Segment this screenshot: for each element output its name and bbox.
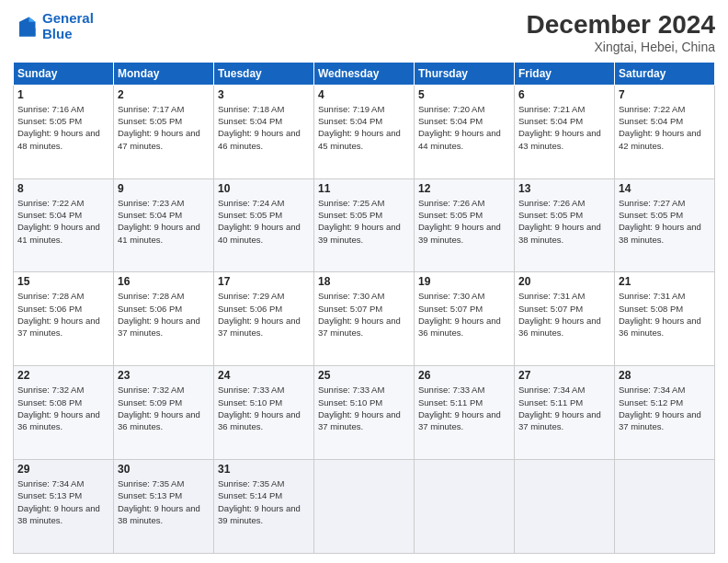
logo-general: General [42,10,94,26]
day-detail: Sunrise: 7:20 AMSunset: 5:04 PMDaylight:… [418,103,510,152]
month-title: December 2024 [527,11,715,40]
day-cell: 31Sunrise: 7:35 AMSunset: 5:14 PMDayligh… [214,460,314,554]
calendar: SundayMondayTuesdayWednesdayThursdayFrid… [13,62,715,554]
day-cell: 28Sunrise: 7:34 AMSunset: 5:12 PMDayligh… [615,366,715,460]
header: General Blue December 2024 Xingtai, Hebe… [13,11,715,54]
day-cell: 6Sunrise: 7:21 AMSunset: 5:04 PMDaylight… [515,85,615,178]
day-cell: 1Sunrise: 7:16 AMSunset: 5:05 PMDaylight… [14,85,114,178]
day-number: 30 [118,463,210,476]
day-detail: Sunrise: 7:23 AMSunset: 5:04 PMDaylight:… [118,197,210,246]
day-number: 20 [518,275,610,288]
day-cell: 10Sunrise: 7:24 AMSunset: 5:05 PMDayligh… [214,178,314,272]
day-detail: Sunrise: 7:32 AMSunset: 5:09 PMDaylight:… [118,384,210,432]
day-cell [415,460,515,554]
day-number: 28 [619,369,711,382]
day-cell: 11Sunrise: 7:25 AMSunset: 5:05 PMDayligh… [314,178,415,272]
day-number: 21 [619,275,711,288]
day-detail: Sunrise: 7:26 AMSunset: 5:05 PMDaylight:… [518,197,610,246]
day-cell: 30Sunrise: 7:35 AMSunset: 5:13 PMDayligh… [114,460,214,554]
day-cell: 20Sunrise: 7:31 AMSunset: 5:07 PMDayligh… [515,272,615,366]
day-cell: 22Sunrise: 7:32 AMSunset: 5:08 PMDayligh… [14,366,114,460]
day-detail: Sunrise: 7:19 AMSunset: 5:04 PMDaylight:… [318,103,410,152]
day-number: 8 [17,182,109,195]
day-number: 24 [218,369,310,382]
logo-blue: Blue [42,27,94,42]
day-cell: 12Sunrise: 7:26 AMSunset: 5:05 PMDayligh… [415,178,515,272]
day-cell: 18Sunrise: 7:30 AMSunset: 5:07 PMDayligh… [314,272,415,366]
day-detail: Sunrise: 7:30 AMSunset: 5:07 PMDaylight:… [418,290,510,339]
day-detail: Sunrise: 7:34 AMSunset: 5:12 PMDaylight:… [619,384,711,432]
day-number: 16 [118,275,210,288]
day-number: 18 [318,275,410,288]
day-detail: Sunrise: 7:33 AMSunset: 5:10 PMDaylight:… [318,384,410,432]
weekday-header-wednesday: Wednesday [314,62,415,85]
week-row-1: 1Sunrise: 7:16 AMSunset: 5:05 PMDaylight… [14,85,715,178]
page: General Blue December 2024 Xingtai, Hebe… [0,0,728,563]
day-detail: Sunrise: 7:22 AMSunset: 5:04 PMDaylight:… [619,103,711,152]
day-detail: Sunrise: 7:31 AMSunset: 5:08 PMDaylight:… [619,290,711,339]
day-detail: Sunrise: 7:34 AMSunset: 5:11 PMDaylight:… [518,384,610,432]
logo-icon [13,14,39,40]
week-row-5: 29Sunrise: 7:34 AMSunset: 5:13 PMDayligh… [14,460,715,554]
day-number: 13 [518,182,610,195]
day-cell: 19Sunrise: 7:30 AMSunset: 5:07 PMDayligh… [415,272,515,366]
day-number: 29 [17,463,109,476]
day-cell: 23Sunrise: 7:32 AMSunset: 5:09 PMDayligh… [114,366,214,460]
day-detail: Sunrise: 7:25 AMSunset: 5:05 PMDaylight:… [318,197,410,246]
day-cell: 4Sunrise: 7:19 AMSunset: 5:04 PMDaylight… [314,85,415,178]
day-cell: 29Sunrise: 7:34 AMSunset: 5:13 PMDayligh… [14,460,114,554]
title-block: December 2024 Xingtai, Hebei, China [527,11,715,54]
day-detail: Sunrise: 7:28 AMSunset: 5:06 PMDaylight:… [118,290,210,339]
day-number: 14 [619,182,711,195]
day-cell [314,460,415,554]
day-cell: 17Sunrise: 7:29 AMSunset: 5:06 PMDayligh… [214,272,314,366]
day-cell: 9Sunrise: 7:23 AMSunset: 5:04 PMDaylight… [114,178,214,272]
logo-text: General Blue [42,11,94,41]
day-detail: Sunrise: 7:17 AMSunset: 5:05 PMDaylight:… [118,103,210,152]
logo: General Blue [13,11,94,41]
svg-marker-1 [29,17,36,21]
week-row-3: 15Sunrise: 7:28 AMSunset: 5:06 PMDayligh… [14,272,715,366]
day-cell: 24Sunrise: 7:33 AMSunset: 5:10 PMDayligh… [214,366,314,460]
day-detail: Sunrise: 7:28 AMSunset: 5:06 PMDaylight:… [17,290,109,339]
day-detail: Sunrise: 7:21 AMSunset: 5:04 PMDaylight:… [518,103,610,152]
day-number: 17 [218,275,310,288]
day-detail: Sunrise: 7:34 AMSunset: 5:13 PMDaylight:… [17,477,109,526]
weekday-header-tuesday: Tuesday [214,62,314,85]
day-number: 19 [418,275,510,288]
weekday-header-friday: Friday [515,62,615,85]
day-number: 9 [118,182,210,195]
day-number: 7 [619,88,711,101]
day-cell: 8Sunrise: 7:22 AMSunset: 5:04 PMDaylight… [14,178,114,272]
day-cell: 26Sunrise: 7:33 AMSunset: 5:11 PMDayligh… [415,366,515,460]
day-detail: Sunrise: 7:31 AMSunset: 5:07 PMDaylight:… [518,290,610,339]
weekday-header-row: SundayMondayTuesdayWednesdayThursdayFrid… [14,62,715,85]
day-number: 11 [318,182,410,195]
day-cell: 14Sunrise: 7:27 AMSunset: 5:05 PMDayligh… [615,178,715,272]
day-cell: 21Sunrise: 7:31 AMSunset: 5:08 PMDayligh… [615,272,715,366]
day-detail: Sunrise: 7:32 AMSunset: 5:08 PMDaylight:… [17,384,109,432]
day-number: 22 [17,369,109,382]
day-number: 10 [218,182,310,195]
day-number: 23 [118,369,210,382]
day-number: 26 [418,369,510,382]
day-detail: Sunrise: 7:27 AMSunset: 5:05 PMDaylight:… [619,197,711,246]
day-cell: 15Sunrise: 7:28 AMSunset: 5:06 PMDayligh… [14,272,114,366]
day-number: 5 [418,88,510,101]
day-number: 6 [518,88,610,101]
day-number: 12 [418,182,510,195]
day-cell: 2Sunrise: 7:17 AMSunset: 5:05 PMDaylight… [114,85,214,178]
weekday-header-saturday: Saturday [615,62,715,85]
day-cell: 5Sunrise: 7:20 AMSunset: 5:04 PMDaylight… [415,85,515,178]
day-cell: 27Sunrise: 7:34 AMSunset: 5:11 PMDayligh… [515,366,615,460]
day-detail: Sunrise: 7:16 AMSunset: 5:05 PMDaylight:… [17,103,109,152]
day-detail: Sunrise: 7:30 AMSunset: 5:07 PMDaylight:… [318,290,410,339]
day-cell [515,460,615,554]
day-detail: Sunrise: 7:26 AMSunset: 5:05 PMDaylight:… [418,197,510,246]
day-cell: 3Sunrise: 7:18 AMSunset: 5:04 PMDaylight… [214,85,314,178]
weekday-header-monday: Monday [114,62,214,85]
day-detail: Sunrise: 7:24 AMSunset: 5:05 PMDaylight:… [218,197,310,246]
location: Xingtai, Hebei, China [527,40,715,54]
weekday-header-thursday: Thursday [415,62,515,85]
day-number: 4 [318,88,410,101]
